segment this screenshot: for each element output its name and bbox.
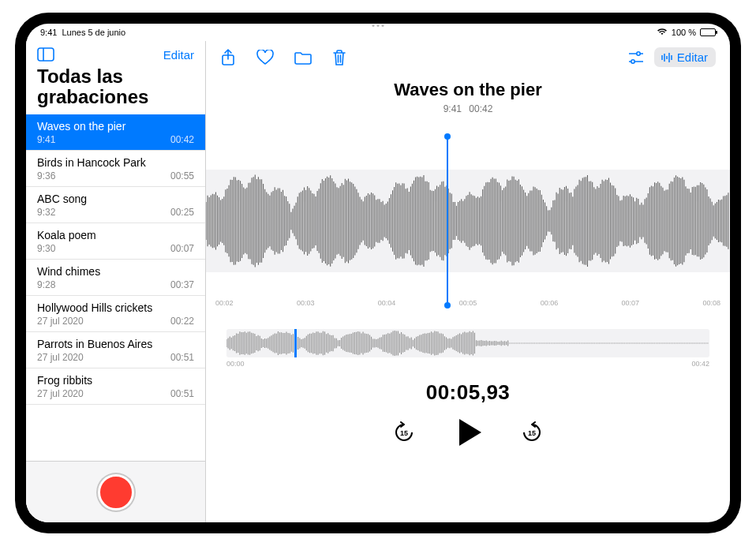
sidebar-toggle-icon[interactable] [37,47,54,62]
recording-duration: 00:42 [469,103,492,114]
status-date: Lunes 5 de junio [62,28,125,37]
svg-point-6 [631,59,634,62]
svg-rect-0 [38,48,54,61]
edit-recording-label: Editar [677,50,708,64]
recording-item-time: 27 jul 2020 [37,352,84,363]
recording-item-duration: 00:55 [170,170,194,181]
recording-item[interactable]: Koala poem 9:30 00:07 [26,223,205,260]
ruler-tick: 00:02 [215,299,234,312]
wifi-icon [657,28,668,37]
waveform-icon [661,52,673,63]
overview-start: 00:00 [226,360,245,368]
recording-item-duration: 00:51 [170,388,194,399]
recording-item[interactable]: Waves on the pier 9:41 00:42 [26,114,205,151]
recording-item-duration: 00:37 [170,279,194,290]
recording-item[interactable]: ABC song 9:32 00:25 [26,187,205,223]
trash-icon[interactable] [332,49,346,66]
record-button[interactable] [98,474,134,510]
recording-item-time: 9:28 [37,279,55,290]
recordings-list: Waves on the pier 9:41 00:42 Birds in Ha… [26,114,205,461]
playhead[interactable] [447,136,448,305]
ruler-tick: 00:04 [378,299,396,312]
waveform-editor[interactable]: 00:0200:0300:0400:0500:0600:0700:08 [206,130,730,312]
recording-time: 9:41 [443,103,462,114]
recording-item-title: Hollywood Hills crickets [37,301,194,314]
battery-icon [700,28,716,36]
folder-icon[interactable] [294,50,312,65]
recording-subinfo: 9:41 00:42 [206,103,730,114]
svg-point-4 [637,51,640,54]
recording-item-time: 27 jul 2020 [37,388,84,399]
settings-sliders-icon[interactable] [627,50,645,65]
skip-back-button[interactable]: 15 [393,421,415,443]
recording-item-duration: 00:51 [170,352,194,363]
recording-item-title: Wind chimes [37,265,194,278]
recording-item-time: 9:32 [37,207,55,218]
waveform [206,170,730,272]
recording-item-time: 9:41 [37,134,55,145]
recording-item-time: 9:36 [37,170,55,181]
recording-item-duration: 00:07 [170,243,194,254]
recording-item-title: Parrots in Buenos Aires [37,338,194,350]
svg-text:15: 15 [400,429,408,437]
recording-item-title: Frog ribbits [37,374,194,387]
battery-percent: 100 % [672,28,696,37]
play-button[interactable] [455,419,481,446]
recording-item-title: Birds in Hancock Park [37,156,194,169]
sidebar: Editar Todas las grabaciones Waves on th… [26,41,206,522]
overview-scrubber[interactable]: 00:00 00:42 [226,329,709,368]
sidebar-title: Todas las grabaciones [26,65,205,114]
overview-waveform [226,329,709,357]
record-footer [26,461,205,522]
status-time: 9:41 [40,28,57,37]
recording-item-title: Koala poem [37,229,194,241]
multitask-indicator[interactable] [372,24,384,27]
playback-controls: 15 15 [206,419,730,446]
ruler-tick: 00:08 [702,299,720,312]
recording-item[interactable]: Birds in Hancock Park 9:36 00:55 [26,151,205,187]
recording-item-time: 9:30 [37,243,55,254]
ruler-tick: 00:06 [541,299,559,312]
recording-item[interactable]: Hollywood Hills crickets 27 jul 2020 00:… [26,296,205,332]
svg-text:15: 15 [528,429,536,437]
time-ruler: 00:0200:0300:0400:0500:0600:0700:08 [206,299,730,312]
favorite-icon[interactable] [256,50,274,65]
recording-item-duration: 00:22 [170,316,194,327]
recording-item-title: Waves on the pier [37,120,194,133]
recording-item[interactable]: Frog ribbits 27 jul 2020 00:51 [26,368,205,405]
sidebar-edit-button[interactable]: Editar [163,48,194,62]
recording-item-title: ABC song [37,193,194,205]
recording-item-time: 27 jul 2020 [37,316,84,327]
share-icon[interactable] [220,49,236,66]
detail-pane: Editar Waves on the pier 9:41 00:42 00:0… [206,41,730,522]
playback-time: 00:05,93 [206,380,730,405]
recording-item-duration: 00:42 [170,134,194,145]
recording-title[interactable]: Waves on the pier [206,80,730,100]
ruler-tick: 00:05 [459,299,477,312]
skip-forward-button[interactable]: 15 [521,421,543,443]
overview-playhead[interactable] [294,329,297,357]
edit-recording-button[interactable]: Editar [654,47,716,67]
recording-item-duration: 00:25 [170,207,194,218]
overview-end: 00:42 [691,360,709,368]
ruler-tick: 00:03 [297,299,315,312]
recording-item[interactable]: Parrots in Buenos Aires 27 jul 2020 00:5… [26,332,205,368]
recording-item[interactable]: Wind chimes 9:28 00:37 [26,260,205,296]
ruler-tick: 00:07 [622,299,640,312]
